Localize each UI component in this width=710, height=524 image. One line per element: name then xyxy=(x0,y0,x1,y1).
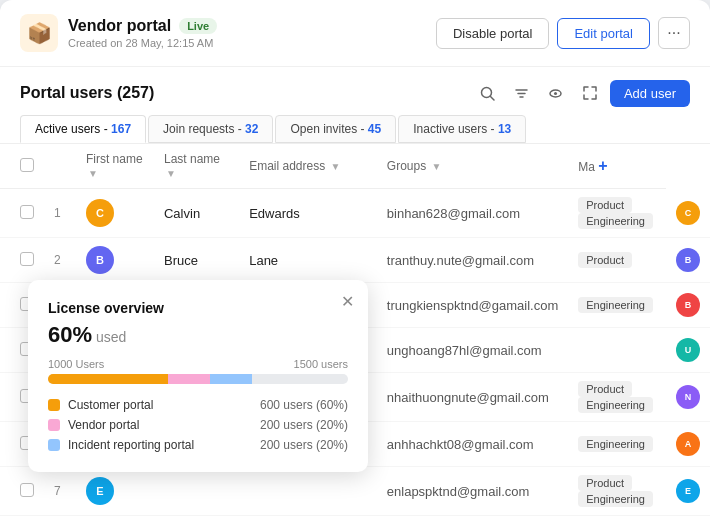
col-groups[interactable]: Groups ▼ xyxy=(377,144,568,189)
filter-icon xyxy=(514,86,529,101)
legend-item: Vendor portal 200 users (20%) xyxy=(48,418,348,432)
row-avatar-cell: C xyxy=(76,189,154,238)
add-user-button[interactable]: Add user xyxy=(610,80,690,107)
row-manage: N xyxy=(666,373,710,422)
portal-name: Vendor portal xyxy=(68,17,171,35)
row-manage: B xyxy=(666,238,710,283)
manage-avatar: E xyxy=(676,479,700,503)
progress-left-label: 1000 Users xyxy=(48,358,104,370)
manage-avatar: B xyxy=(676,293,700,317)
search-button[interactable] xyxy=(474,79,502,107)
group-tag: Product xyxy=(578,475,632,491)
row-email: unghoang87hl@gmail.com xyxy=(377,328,568,373)
select-all-checkbox[interactable] xyxy=(20,158,34,172)
row-email: nhaithuongnute@gmail.com xyxy=(377,373,568,422)
row-checkbox[interactable] xyxy=(20,483,34,497)
row-manage: B xyxy=(666,283,710,328)
group-tag: Product xyxy=(578,381,632,397)
progress-segment-customer xyxy=(48,374,168,384)
group-tag: Engineering xyxy=(578,213,653,229)
row-firstname xyxy=(154,516,239,525)
row-groups: Engineering xyxy=(568,283,666,328)
table-row[interactable]: 2BBruceLanetranthuy.nute@gmail.comProduc… xyxy=(0,238,710,283)
legend: Customer portal 600 users (60%) Vendor p… xyxy=(48,398,348,452)
row-number: 2 xyxy=(44,238,76,283)
row-number: 1 xyxy=(44,189,76,238)
table-row[interactable]: 1CCalvinEdwardsbinhan628@gmail.comProduc… xyxy=(0,189,710,238)
row-firstname xyxy=(154,467,239,516)
row-groups: ProductEngineering xyxy=(568,373,666,422)
legend-value: 600 users (60%) xyxy=(260,398,348,412)
portal-icon: 📦 xyxy=(20,14,58,52)
row-manage: T xyxy=(666,516,710,525)
group-tag: Engineering xyxy=(578,297,653,313)
table-row[interactable]: 8Tt.isst.nute@gmail.comEngineeringT xyxy=(0,516,710,525)
avatar: E xyxy=(86,477,114,505)
row-manage: U xyxy=(666,328,710,373)
col-checkbox xyxy=(0,144,44,189)
col-lastname[interactable]: Last name ▼ xyxy=(154,144,239,189)
add-column-icon[interactable]: + xyxy=(598,157,607,174)
popup-close-button[interactable]: ✕ xyxy=(341,292,354,311)
popup-title: License overview xyxy=(48,300,348,316)
sort-lastname-icon: ▼ xyxy=(166,168,176,179)
row-checkbox[interactable] xyxy=(20,205,34,219)
portal-title-row: Vendor portal Live xyxy=(68,17,436,35)
avatar: C xyxy=(86,199,114,227)
row-lastname: Lane xyxy=(239,238,377,283)
row-groups: Engineering xyxy=(568,516,666,525)
eye-icon xyxy=(548,86,563,101)
row-groups: ProductEngineering xyxy=(568,467,666,516)
row-manage: A xyxy=(666,422,710,467)
manage-avatar: B xyxy=(676,248,700,272)
legend-dot xyxy=(48,419,60,431)
tab-join-requests[interactable]: Join requests - 32 xyxy=(148,115,273,143)
disable-portal-button[interactable]: Disable portal xyxy=(436,18,550,49)
legend-item: Customer portal 600 users (60%) xyxy=(48,398,348,412)
row-groups: Engineering xyxy=(568,422,666,467)
view-button[interactable] xyxy=(542,79,570,107)
progress-right-label: 1500 users xyxy=(294,358,348,370)
row-email: anhhachkt08@gmail.com xyxy=(377,422,568,467)
tab-open-invites[interactable]: Open invites - 45 xyxy=(275,115,396,143)
manage-avatar: A xyxy=(676,432,700,456)
row-email: t.isst.nute@gmail.com xyxy=(377,516,568,525)
manage-avatar: C xyxy=(676,201,700,225)
manage-avatar: U xyxy=(676,338,700,362)
legend-label: Incident reporting portal xyxy=(68,438,260,452)
table-row[interactable]: 7Eenlapspktnd@gmail.comProductEngineerin… xyxy=(0,467,710,516)
row-manage: E xyxy=(666,467,710,516)
page-title: Portal users (257) xyxy=(20,84,474,102)
legend-dot xyxy=(48,399,60,411)
row-avatar-cell: T xyxy=(76,516,154,525)
expand-icon xyxy=(583,86,597,100)
row-avatar-cell: B xyxy=(76,238,154,283)
legend-label: Customer portal xyxy=(68,398,260,412)
progress-segment-incident xyxy=(210,374,252,384)
edit-portal-button[interactable]: Edit portal xyxy=(557,18,650,49)
license-popup-overlay: ✕ License overview 60% used 1000 Users 1… xyxy=(28,280,368,472)
legend-value: 200 users (20%) xyxy=(260,418,348,432)
filter-button[interactable] xyxy=(508,79,536,107)
row-email: trungkienspktnd@gamail.com xyxy=(377,283,568,328)
row-lastname xyxy=(239,467,377,516)
col-num xyxy=(44,144,76,189)
col-email[interactable]: Email address ▼ xyxy=(239,144,377,189)
more-options-button[interactable]: ··· xyxy=(658,17,690,49)
sub-header: Portal users (257) xyxy=(0,67,710,115)
avatar: B xyxy=(86,246,114,274)
tab-inactive-users[interactable]: Inactive users - 13 xyxy=(398,115,526,143)
row-email: tranthuy.nute@gmail.com xyxy=(377,238,568,283)
live-badge: Live xyxy=(179,18,217,34)
progress-labels: 1000 Users 1500 users xyxy=(48,358,348,370)
group-tag: Engineering xyxy=(578,491,653,507)
col-firstname[interactable]: First name ▼ xyxy=(76,144,154,189)
row-checkbox[interactable] xyxy=(20,252,34,266)
sort-groups-icon: ▼ xyxy=(431,161,441,172)
license-popup: ✕ License overview 60% used 1000 Users 1… xyxy=(28,280,368,472)
tab-active-users[interactable]: Active users - 167 xyxy=(20,115,146,143)
row-groups: Product xyxy=(568,238,666,283)
expand-button[interactable] xyxy=(576,79,604,107)
legend-item: Incident reporting portal 200 users (20%… xyxy=(48,438,348,452)
row-manage: C xyxy=(666,189,710,238)
